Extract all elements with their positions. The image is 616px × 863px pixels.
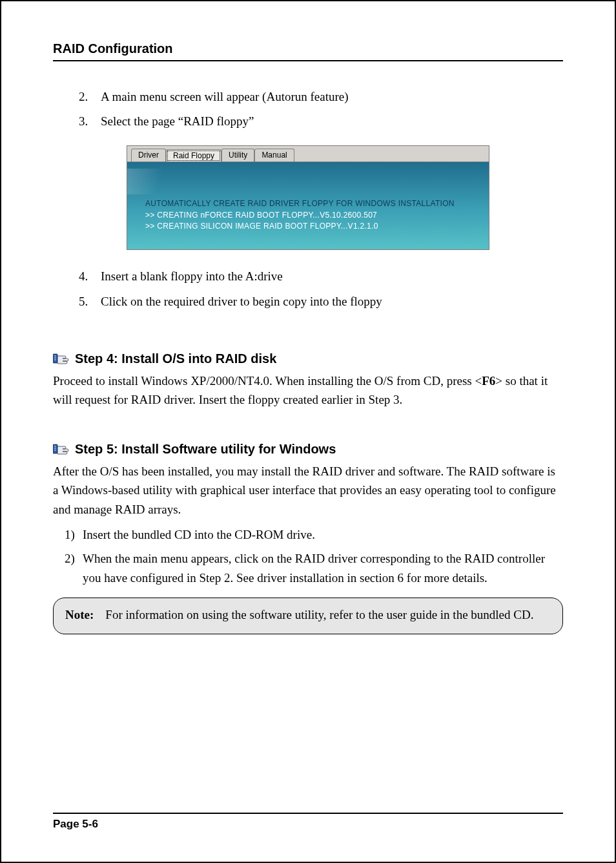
- list-text: A main menu screen will appear (Autorun …: [101, 90, 349, 103]
- step-5-heading: Step 5: Install Software utility for Win…: [53, 442, 563, 457]
- step-title: Step 4: Install O/S into RAID disk: [75, 351, 276, 366]
- list-text: Select the page “RAID floppy”: [101, 114, 254, 128]
- list-number: 1): [65, 525, 75, 544]
- step-5-body: After the O/S has been installed, you ma…: [53, 462, 563, 519]
- ordered-list-continue: 4. Insert a blank floppy into the A:driv…: [53, 265, 563, 312]
- screenshot-line[interactable]: >> CREATING SILICON IMAGE RAID BOOT FLOP…: [145, 221, 480, 232]
- tab-driver[interactable]: Driver: [131, 149, 166, 161]
- tab-utility[interactable]: Utility: [221, 149, 254, 161]
- page-title: RAID Configuration: [53, 41, 563, 61]
- list-text: Insert the bundled CD into the CD-ROM dr…: [83, 528, 315, 541]
- svg-rect-0: [53, 354, 57, 363]
- note-text: For information on using the software ut…: [105, 606, 533, 625]
- list-text: Insert a blank floppy into the A:drive: [101, 269, 283, 283]
- list-item: 1) Insert the bundled CD into the CD-ROM…: [65, 525, 563, 544]
- note-box: Note: For information on using the softw…: [53, 598, 563, 634]
- document-page: RAID Configuration 2. A main menu screen…: [0, 0, 616, 863]
- step-title: Step 5: Install Software utility for Win…: [75, 442, 336, 457]
- ordered-list-top: 2. A main menu screen will appear (Autor…: [53, 86, 563, 132]
- tab-strip: Driver Raid Floppy Utility Manual: [127, 146, 489, 161]
- paren-list: 1) Insert the bundled CD into the CD-ROM…: [53, 525, 563, 587]
- svg-rect-4: [53, 444, 57, 453]
- list-item: 2. A main menu screen will appear (Autor…: [79, 86, 563, 108]
- list-number: 2.: [79, 86, 88, 108]
- list-item: 5. Click on the required driver to begin…: [79, 291, 563, 313]
- list-item: 4. Insert a blank floppy into the A:driv…: [79, 265, 563, 287]
- step-4-heading: Step 4: Install O/S into RAID disk: [53, 351, 563, 366]
- list-text: When the main menu appears, click on the…: [83, 552, 545, 584]
- embedded-screenshot: Driver Raid Floppy Utility Manual AUTOMA…: [127, 145, 489, 250]
- screenshot-line[interactable]: >> CREATING nFORCE RAID BOOT FLOPPY...V5…: [145, 210, 480, 221]
- tab-raid-floppy[interactable]: Raid Floppy: [166, 149, 221, 162]
- pointing-hand-icon: [53, 352, 71, 365]
- tab-manual[interactable]: Manual: [254, 149, 294, 161]
- list-number: 3.: [79, 110, 88, 132]
- screenshot-body: AUTOMATICALLY CREATE RAID DRIVER FLOPPY …: [127, 161, 489, 249]
- screenshot-heading: AUTOMATICALLY CREATE RAID DRIVER FLOPPY …: [145, 198, 480, 209]
- list-item: 3. Select the page “RAID floppy”: [79, 110, 563, 132]
- list-number: 2): [65, 549, 75, 568]
- pointing-hand-icon: [53, 442, 71, 455]
- list-number: 5.: [79, 291, 88, 313]
- note-label: Note:: [65, 606, 94, 625]
- page-footer: Page 5-6: [53, 813, 563, 831]
- key-f6: F6: [482, 374, 495, 388]
- text: Proceed to install Windows XP/2000/NT4.0…: [53, 374, 482, 388]
- list-text: Click on the required driver to begin co…: [101, 295, 382, 308]
- step-4-body: Proceed to install Windows XP/2000/NT4.0…: [53, 371, 563, 410]
- list-item: 2) When the main menu appears, click on …: [65, 549, 563, 587]
- list-number: 4.: [79, 265, 88, 287]
